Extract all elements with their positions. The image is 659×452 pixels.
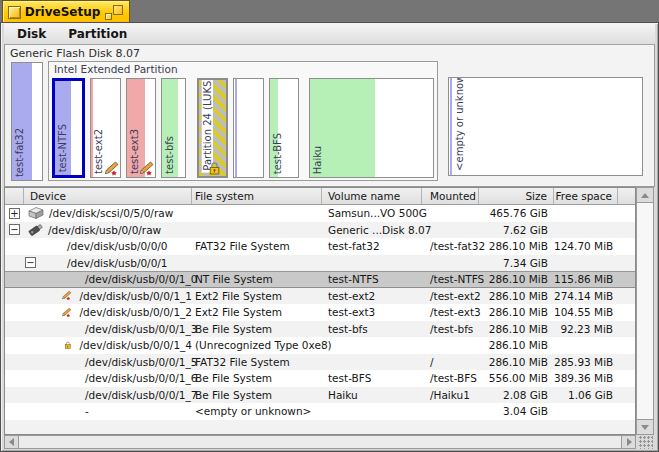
mounted-cell: /test-ext3: [422, 306, 479, 318]
expander-open[interactable]: −: [9, 224, 20, 235]
header-file-system[interactable]: File system: [192, 188, 322, 204]
partition-box-empty[interactable]: <empty or unknown>: [448, 77, 643, 176]
table-row[interactable]: - <empty or unknown> 3.04 GiB: [5, 403, 635, 420]
close-button[interactable]: [8, 6, 21, 19]
expander-closed[interactable]: +: [9, 208, 20, 219]
arrow-down-icon: [641, 425, 649, 430]
partition-box-test-bfs-2[interactable]: test-BFS: [269, 78, 299, 178]
horizontal-scrollbar[interactable]: [4, 435, 636, 449]
volume-cell: Generic ...Disk 8.07: [322, 224, 422, 236]
pencil-icon: [138, 161, 154, 176]
volume-cell: test-ext3: [322, 306, 422, 318]
hard-disk-icon: [26, 206, 45, 220]
volume-cell: test-BFS: [322, 372, 422, 384]
free-cell: 104.55 MiB: [554, 306, 618, 318]
header-size[interactable]: Size: [479, 188, 554, 204]
free-cell: 124.70 MiB: [554, 240, 618, 252]
resize-grip[interactable]: [639, 436, 653, 449]
table-row[interactable]: /dev/disk/usb/0/0/1_2 Ext2 File System t…: [5, 304, 635, 321]
size-cell: 465.76 GiB: [479, 207, 554, 219]
mounted-cell: /test-NTFS: [422, 273, 479, 285]
pencil-icon: [61, 288, 72, 303]
device-path: /dev/disk/usb/0/0/1_1: [80, 290, 192, 302]
device-path: /dev/disk/usb/0/0/1_2: [80, 306, 192, 318]
volume-cell: Samsun...VO 500G: [322, 207, 422, 219]
header-spacer: [5, 188, 24, 204]
lock-icon: [208, 161, 221, 175]
extended-partition-label: Intel Extended Partition: [54, 63, 178, 75]
menu-partition[interactable]: Partition: [57, 25, 138, 43]
device-path: /dev/disk/usb/0/0/1_4: [80, 339, 192, 351]
disk-name-label: Generic Flash Disk 8.07: [10, 47, 140, 60]
device-cell: /dev/disk/usb/0/0/1_0: [5, 273, 192, 285]
size-cell: 286.10 MiB: [479, 356, 554, 368]
vertical-scrollbar[interactable]: [636, 187, 654, 435]
table-row[interactable]: − /dev/disk/usb/0/0/1 7.34 GiB: [5, 255, 635, 272]
partition-used-fill: [450, 78, 452, 175]
volume-cell: test-ext2: [322, 290, 422, 302]
partition-box-test-ntfs[interactable]: test-NTFS: [52, 78, 85, 178]
table-row[interactable]: − /dev/disk/usb/0/0/raw Generic ...Disk …: [5, 222, 635, 239]
menu-bar: Disk Partition: [4, 24, 655, 45]
volume-cell: test-fat32: [322, 240, 422, 252]
mounted-cell: /test-bfs: [422, 323, 479, 335]
partition-used-fill: [235, 79, 237, 177]
table-row[interactable]: /dev/disk/usb/0/0/1_1 Ext2 File System t…: [5, 288, 635, 305]
fs-cell: Be File System: [192, 372, 322, 384]
table-row[interactable]: /dev/disk/usb/0/0/1_7 Be File System Hai…: [5, 387, 635, 404]
size-cell: 556.00 MiB: [479, 372, 554, 384]
table-row[interactable]: + /dev/disk/scsi/0/5/0/raw Samsun...VO 5…: [5, 205, 635, 222]
device-cell: /dev/disk/usb/0/0/0: [5, 240, 192, 252]
table-row[interactable]: /dev/disk/usb/0/0/1_6 Be File System tes…: [5, 370, 635, 387]
partition-label: test-BFS: [272, 133, 283, 174]
header-mounted-at[interactable]: Mounted at: [422, 188, 479, 204]
window-tab[interactable]: DriveSetup: [2, 0, 130, 23]
partition-label: test-bfs: [164, 136, 175, 174]
expander-open[interactable]: −: [25, 257, 36, 268]
partition-box-test-fat32[interactable]: test-fat32: [11, 62, 43, 181]
partition-box-test-ext3[interactable]: test-ext3: [126, 78, 156, 178]
free-cell: 92.23 MiB: [554, 323, 618, 335]
device-cell: − /dev/disk/usb/0/0/raw: [5, 222, 192, 237]
table-row[interactable]: /dev/disk/usb/0/0/1_3 Be File System tes…: [5, 321, 635, 338]
fs-cell: (Unrecognized Type 0xe8): [192, 339, 322, 351]
fs-cell: FAT32 File System: [192, 240, 322, 252]
zoom-icon-small: [105, 13, 112, 20]
device-cell: -: [5, 405, 192, 417]
free-cell: 285.93 MiB: [554, 356, 618, 368]
partition-box-luks[interactable]: Partition 24 (LUKS enc...: [197, 78, 228, 178]
device-path: /dev/disk/usb/0/0/1_5: [85, 356, 197, 368]
device-path: /dev/disk/scsi/0/5/0/raw: [49, 207, 173, 219]
scroll-right-button[interactable]: [621, 436, 635, 448]
size-cell: 286.10 MiB: [479, 306, 554, 318]
fs-cell: Be File System: [192, 323, 322, 335]
table-row-selected[interactable]: /dev/disk/usb/0/0/1_0 NT File System tes…: [5, 271, 635, 288]
partition-box-test-ext2[interactable]: test-ext2: [90, 78, 121, 178]
header-free-space[interactable]: Free space: [554, 188, 618, 204]
scroll-down-button[interactable]: [637, 419, 653, 434]
mounted-cell: /: [422, 356, 479, 368]
scroll-up-button[interactable]: [637, 188, 653, 203]
partition-label: <empty or unknown>: [454, 77, 465, 171]
partition-box-test-bfs[interactable]: test-bfs: [161, 78, 186, 178]
mounted-cell: /test-BFS: [422, 372, 479, 384]
table-row[interactable]: /dev/disk/usb/0/0/1_5 FAT32 File System …: [5, 354, 635, 371]
header-device[interactable]: Device: [24, 188, 192, 204]
scroll-left-button[interactable]: [5, 436, 19, 448]
header-volume-name[interactable]: Volume name: [322, 188, 422, 204]
drivesetup-window: DriveSetup Disk Partition Generic Flash …: [0, 0, 659, 452]
zoom-button[interactable]: [104, 5, 123, 20]
size-cell: 7.34 GiB: [479, 257, 554, 269]
device-path: /dev/disk/usb/0/0/1_0: [85, 273, 197, 285]
partition-box-unnamed[interactable]: [233, 78, 264, 178]
usb-stick-icon: [26, 222, 45, 237]
fs-cell: Be File System: [192, 389, 322, 401]
menu-disk[interactable]: Disk: [6, 25, 57, 43]
table-row[interactable]: /dev/disk/usb/0/0/1_4 (Unrecognized Type…: [5, 337, 635, 354]
table-row[interactable]: /dev/disk/usb/0/0/0 FAT32 File System te…: [5, 238, 635, 255]
list-header: Device File system Volume name Mounted a…: [5, 188, 635, 205]
lock-icon: [64, 338, 72, 352]
arrow-left-icon: [9, 438, 14, 446]
size-cell: 286.10 MiB: [479, 339, 554, 351]
partition-box-haiku[interactable]: Haiku: [309, 78, 434, 178]
